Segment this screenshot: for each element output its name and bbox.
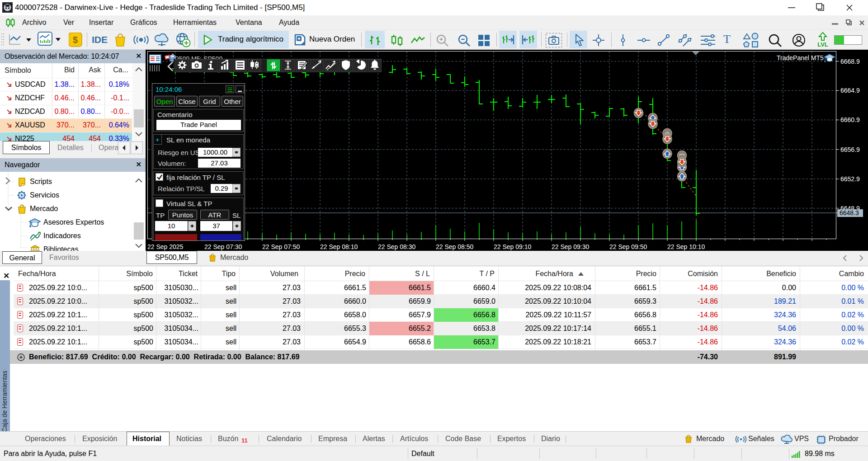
svg-text:6660.9: 6660.9 [840, 116, 860, 123]
svg-text:6656.9: 6656.9 [840, 146, 860, 153]
svg-text:22 Sep 2025: 22 Sep 2025 [147, 243, 184, 250]
svg-text:22 Sep 08:50: 22 Sep 08:50 [436, 243, 474, 250]
svg-text:22 Sep 07:30: 22 Sep 07:30 [204, 243, 242, 250]
svg-text:Caja de Herramientas: Caja de Herramientas [1, 371, 8, 432]
svg-text:22 Sep 08:30: 22 Sep 08:30 [378, 243, 416, 250]
svg-text:22 Sep 09:10: 22 Sep 09:10 [494, 243, 532, 250]
svg-text:22 Sep 09:50: 22 Sep 09:50 [609, 243, 647, 250]
svg-text:LVL: LVL [817, 41, 828, 48]
svg-text:$: $ [73, 35, 78, 45]
svg-text:6668.9: 6668.9 [840, 58, 860, 65]
svg-text:6652.9: 6652.9 [840, 175, 860, 183]
svg-text:6664.9: 6664.9 [840, 87, 860, 94]
svg-text:22 Sep 10:10: 22 Sep 10:10 [667, 243, 705, 250]
svg-text:22 Sep 08:10: 22 Sep 08:10 [320, 243, 358, 250]
svg-text:22 Sep 09:30: 22 Sep 09:30 [552, 243, 590, 250]
svg-text:22 Sep 07:50: 22 Sep 07:50 [262, 243, 300, 250]
